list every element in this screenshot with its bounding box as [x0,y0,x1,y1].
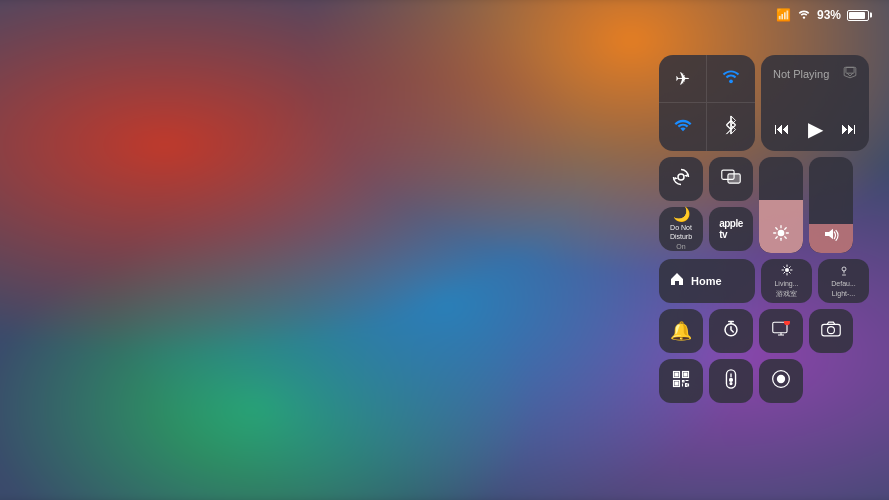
cc-row-1: ✈ [659,55,869,151]
svg-line-10 [785,237,786,238]
scene-default-button[interactable]: Defau...Light-... [818,259,869,303]
cc-row-home: Home Living...游戏室 Defau...Light-... [659,259,869,303]
bluetooth-icon [724,115,738,140]
cc-row-5 [659,359,869,403]
scene-default-icon [838,264,850,279]
alarm-button[interactable]: 🔔 [659,309,703,353]
airplane-icon: ✈ [675,68,690,90]
camera-icon [821,321,841,342]
svg-marker-15 [825,229,833,240]
bluetooth-button[interactable] [707,103,755,151]
wifi-toggle-button[interactable] [659,103,707,151]
svg-line-9 [776,228,777,229]
svg-point-0 [803,16,805,18]
qr-icon [672,370,690,393]
play-pause-button[interactable]: ▶ [808,117,823,141]
mirroring-icon [721,169,741,190]
scene-living-label: Living...游戏室 [774,279,798,297]
svg-point-22 [828,326,835,333]
previous-track-button[interactable]: ⏮ [774,120,790,138]
svg-point-16 [785,268,789,272]
battery-icon [847,10,869,21]
control-center: ✈ [659,55,869,403]
scene-living-button[interactable]: Living...游戏室 [761,259,812,303]
svg-rect-2 [846,67,854,73]
volume-icon [823,227,839,245]
svg-line-14 [785,228,786,229]
volume-slider[interactable] [809,157,853,253]
brightness-icon [773,225,789,245]
cc-row-4: 🔔 [659,309,869,353]
timer-button[interactable] [709,309,753,353]
cc-row-2: 🌙 Do NotDisturb On appletv [659,157,869,253]
now-playing-label: Not Playing [773,68,829,80]
wifi-icon [797,8,811,22]
svg-point-20 [784,321,790,325]
record-icon [771,369,791,394]
svg-point-6 [778,230,785,237]
svg-rect-26 [684,373,687,376]
screen-mirroring-button[interactable] [709,157,753,201]
wifi-toggle-icon [674,117,692,138]
timer-icon [722,320,740,343]
qr-scanner-button[interactable] [659,359,703,403]
svg-point-17 [842,267,846,271]
cellular-button[interactable] [707,55,755,103]
screen-lock-button[interactable] [659,157,703,201]
next-track-button[interactable]: ⏭ [841,120,857,138]
connectivity-block: ✈ [659,55,755,151]
svg-point-31 [730,378,733,381]
home-label: Home [691,275,722,287]
cellular-icon [722,67,740,90]
svg-point-1 [729,79,733,83]
home-app-button[interactable]: Home [659,259,755,303]
screen-record-button[interactable] [759,309,803,353]
battery-percentage: 93% [817,8,841,22]
svg-rect-28 [675,382,678,385]
svg-rect-5 [728,173,740,182]
svg-rect-24 [675,373,678,376]
voice-memos-button[interactable] [759,359,803,403]
airplay-icon[interactable] [843,65,857,82]
svg-point-3 [678,174,684,180]
svg-point-32 [730,382,732,384]
remote-icon [724,369,738,394]
status-bar: 📶 93% [776,8,869,22]
moon-icon: 🌙 [673,206,690,222]
airplane-mode-button[interactable]: ✈ [659,55,707,103]
brightness-slider[interactable] [759,157,803,253]
svg-point-34 [777,374,785,382]
lock-rotation-icon [672,168,690,191]
camera-button[interactable] [809,309,853,353]
do-not-disturb-button[interactable]: 🌙 Do NotDisturb On [659,207,703,251]
scene-default-label: Defau...Light-... [831,279,856,297]
wifi-status-icon: 📶 [776,8,791,22]
remote-button[interactable] [709,359,753,403]
dnd-status: On [676,243,685,251]
apple-tv-button[interactable]: appletv [709,207,753,251]
scene-living-icon [781,264,793,279]
dnd-label: Do NotDisturb [670,224,692,241]
home-icon [669,271,685,291]
screen-record-icon [772,321,790,342]
now-playing-controls: ⏮ ▶ ⏭ [773,117,857,141]
appletv-icon: appletv [719,218,743,240]
now-playing-header: Not Playing [773,65,857,82]
svg-line-13 [776,237,777,238]
bell-icon: 🔔 [670,320,692,342]
now-playing-block[interactable]: Not Playing ⏮ ▶ ⏭ [761,55,869,151]
